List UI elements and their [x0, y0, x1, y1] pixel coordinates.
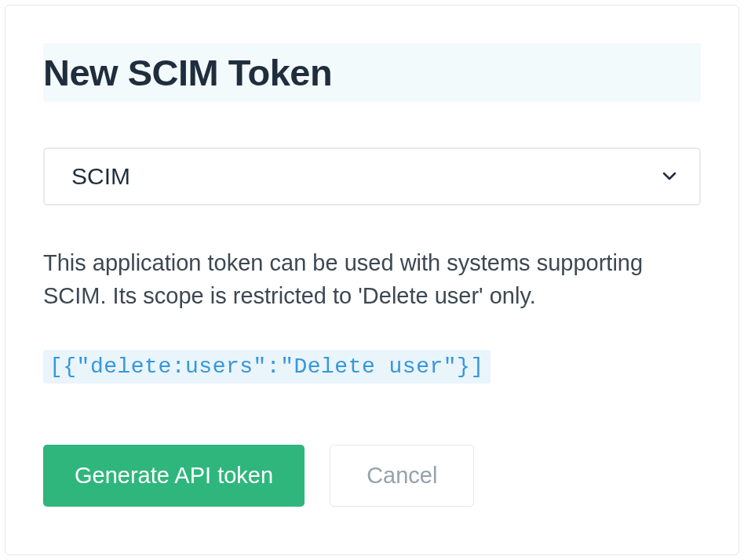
scope-code: [{"delete:users":"Delete user"}]	[43, 350, 491, 384]
action-row: Generate API token Cancel	[43, 445, 701, 507]
title-bar: New SCIM Token	[43, 43, 701, 102]
token-type-value: SCIM	[71, 163, 130, 190]
page-title: New SCIM Token	[43, 51, 701, 94]
cancel-button[interactable]: Cancel	[330, 445, 474, 507]
token-type-select[interactable]: SCIM	[43, 147, 701, 205]
chevron-down-icon	[662, 169, 677, 184]
token-description: This application token can be used with …	[43, 246, 701, 312]
generate-token-button[interactable]: Generate API token	[43, 445, 305, 507]
token-form-card: New SCIM Token SCIM This application tok…	[5, 5, 739, 555]
